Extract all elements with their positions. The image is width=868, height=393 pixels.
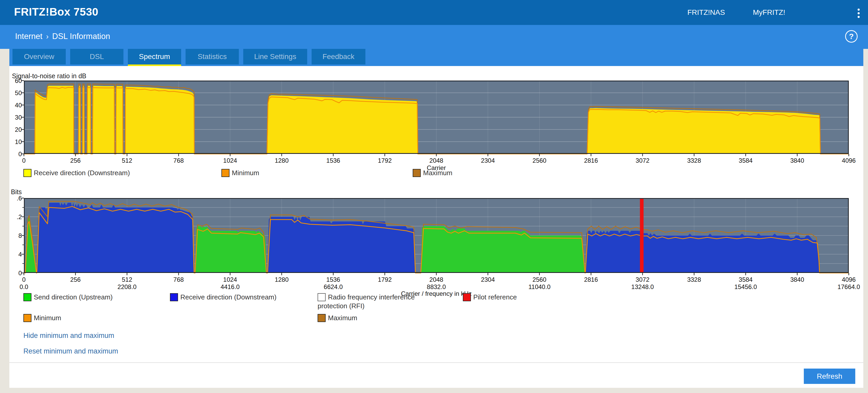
reset-min-max-link[interactable]: Reset minimum and maximum: [23, 347, 118, 355]
snr-plot: [24, 81, 849, 154]
bits-xtick: 3584: [734, 276, 757, 283]
snr-ytick: 60: [9, 77, 22, 84]
bits-freq-tick: 2208.0: [112, 283, 143, 290]
legend-swatch: [221, 169, 229, 177]
app-header: FRITZ!Box 7530 FRITZ!NASMyFRITZ!: [0, 0, 868, 25]
breadcrumb-bar: Internet›DSL Information ?: [0, 25, 868, 49]
content-card: Signal-to-noise ratio in dB Bits Carrier…: [9, 66, 863, 388]
bits-xtick: 3328: [682, 276, 706, 283]
bits-freq-tick: 6624.0: [317, 283, 349, 290]
legend-swatch: [23, 169, 31, 177]
hide-min-max-link[interactable]: Hide minimum and maximum: [23, 332, 114, 340]
help-icon[interactable]: ?: [845, 30, 858, 42]
snr-xtick: 2304: [476, 157, 499, 164]
snr-ytick: 10: [9, 138, 22, 145]
legend-item-radio-frequency-interference-protection-rfi: Radio frequency interference protection …: [317, 293, 440, 310]
legend-item-maximum: Maximum: [317, 313, 357, 322]
bits-xtick: 256: [64, 276, 87, 283]
breadcrumb: Internet›DSL Information: [15, 32, 110, 41]
bits-xtick: 2816: [579, 276, 603, 283]
bits-ytick: 4: [9, 251, 22, 258]
legend-item-receive-direction-downstream: Receive direction (Downstream): [170, 293, 277, 302]
snr-xtick: 2560: [528, 157, 551, 164]
bits-freq-tick: 8832.0: [421, 283, 452, 290]
bits-xtick: 1536: [321, 276, 345, 283]
bits-xtick: 0: [12, 276, 36, 283]
bits-xtick: 512: [115, 276, 139, 283]
legend-item-send-direction-upstream: Send direction (Upstream): [23, 293, 113, 302]
bits-xtick: 2560: [528, 276, 551, 283]
bits-xtick: 4096: [837, 276, 861, 283]
legend-swatch: [317, 293, 326, 301]
pilot-reference-line: [640, 198, 644, 273]
bits-ytick: 0: [9, 270, 22, 277]
legend-swatch: [317, 314, 326, 322]
tab-feedback[interactable]: Feedback: [312, 49, 365, 64]
tab-strip-inner: OverviewDSLSpectrumStatisticsLine Settin…: [9, 49, 863, 66]
tab-strip: OverviewDSLSpectrumStatisticsLine Settin…: [0, 49, 868, 66]
legend-swatch: [23, 314, 31, 322]
snr-ytick: 40: [9, 102, 22, 109]
snr-xtick: 3072: [631, 157, 654, 164]
snr-xtick: 3840: [786, 157, 809, 164]
legend-item-pilot-reference: Pilot reference: [463, 293, 517, 302]
snr-xtick: 3584: [734, 157, 757, 164]
breadcrumb-page: DSL Information: [52, 32, 110, 41]
bits-ytick: .2: [9, 213, 22, 220]
snr-xtick: 256: [64, 157, 87, 164]
refresh-button[interactable]: Refresh: [804, 369, 855, 384]
header-link-myfritz[interactable]: MyFRITZ!: [753, 8, 785, 17]
bits-ytick: .6: [9, 195, 22, 202]
breadcrumb-section: Internet: [15, 32, 42, 41]
bits-freq-tick: 0.0: [8, 283, 39, 290]
snr-xtick: 1280: [270, 157, 293, 164]
bits-freq-tick: 13248.0: [627, 283, 658, 290]
snr-ytick: 50: [9, 89, 22, 96]
bits-xtick: 3840: [786, 276, 809, 283]
legend-item-minimum: Minimum: [23, 313, 61, 322]
bits-xtick: 1024: [219, 276, 242, 283]
snr-xtick: 4096: [837, 157, 861, 164]
snr-chart-title: Signal-to-noise ratio in dB: [12, 72, 86, 80]
bits-xtick: 768: [167, 276, 190, 283]
footer-divider: [9, 362, 863, 363]
legend-swatch: [413, 169, 421, 177]
tab-spectrum[interactable]: Spectrum: [128, 49, 181, 66]
snr-xtick: 1536: [321, 157, 345, 164]
legend-item-maximum: Maximum: [413, 169, 453, 177]
legend-swatch: [170, 293, 178, 301]
bits-xtick: 1792: [373, 276, 397, 283]
snr-ytick: 0: [9, 151, 22, 157]
bits-plot: [24, 198, 849, 273]
snr-xtick: 3328: [682, 157, 706, 164]
kebab-menu-icon[interactable]: [853, 7, 864, 20]
bits-freq-tick: 17664.0: [833, 283, 864, 290]
snr-xtick: 2816: [579, 157, 603, 164]
snr-xtick: 2048: [425, 157, 448, 164]
snr-xtick: 768: [167, 157, 190, 164]
tab-line-settings[interactable]: Line Settings: [243, 49, 307, 64]
bits-xtick: 1280: [270, 276, 293, 283]
tab-statistics[interactable]: Statistics: [186, 49, 239, 64]
snr-xtick: 0: [12, 157, 36, 164]
bits-freq-tick: 4416.0: [215, 283, 246, 290]
snr-ytick: 20: [9, 126, 22, 133]
page-title: FRITZ!Box 7530: [14, 6, 98, 18]
tab-overview[interactable]: Overview: [12, 49, 66, 64]
header-link-fritznas[interactable]: FRITZ!NAS: [687, 8, 725, 17]
legend-swatch: [23, 293, 31, 301]
snr-ytick: 30: [9, 114, 22, 121]
bits-xtick: 2048: [425, 276, 448, 283]
bits-freq-tick: 15456.0: [730, 283, 761, 290]
snr-xtick: 1024: [219, 157, 242, 164]
snr-xtick: 1792: [373, 157, 397, 164]
bits-xtick: 3072: [631, 276, 654, 283]
breadcrumb-separator: ›: [46, 32, 49, 40]
legend-item-receive-direction-downstream: Receive direction (Downstream): [23, 169, 130, 177]
bits-xtick: 2304: [476, 276, 499, 283]
legend-swatch: [463, 293, 471, 301]
tab-dsl[interactable]: DSL: [70, 49, 123, 64]
bits-ytick: 8: [9, 232, 22, 239]
bits-freq-tick: 11040.0: [524, 283, 555, 290]
legend-item-minimum: Minimum: [221, 169, 259, 177]
